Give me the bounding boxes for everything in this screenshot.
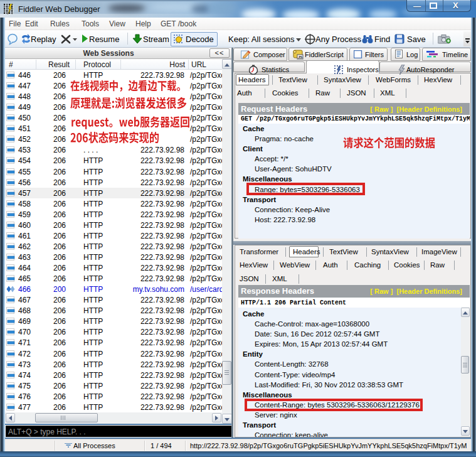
svg-text:JS: JS bbox=[298, 55, 302, 59]
